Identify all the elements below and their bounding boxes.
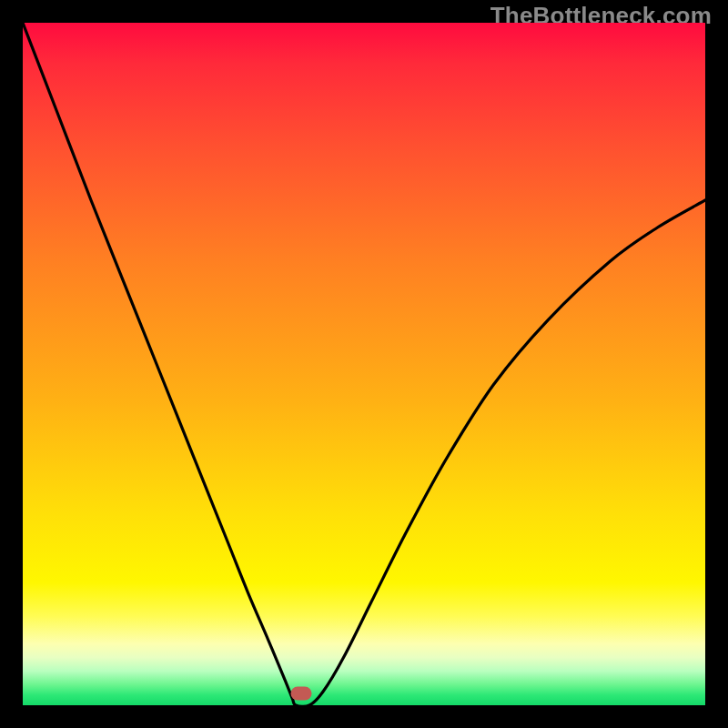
bottleneck-curve-path: [23, 23, 705, 705]
plot-area: [23, 23, 705, 705]
chart-frame: TheBottleneck.com: [0, 0, 728, 728]
curve-svg: [23, 23, 705, 705]
optimal-marker: [291, 686, 312, 700]
